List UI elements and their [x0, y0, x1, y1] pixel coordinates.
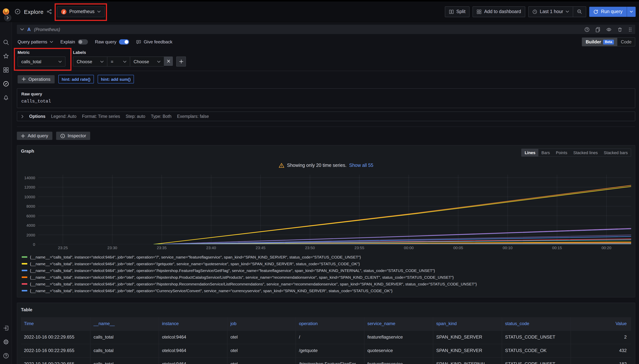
query-patterns-dropdown[interactable]: Query patterns — [18, 39, 53, 44]
window-top-strip — [0, 0, 639, 2]
drag-handle[interactable] — [628, 27, 632, 32]
column-header-operation[interactable]: operation — [296, 317, 364, 330]
y-tick-label: 2000 — [26, 232, 35, 237]
raw-query-preview: Raw query calls_total — [17, 88, 635, 108]
sidebar-item-settings[interactable] — [3, 339, 9, 345]
top-navbar: Explore Prometheus — [0, 2, 639, 22]
label-operator-select[interactable]: = — [107, 56, 130, 66]
cell-name: calls_total — [90, 344, 159, 357]
series-limit-warning: Showing only 20 time series. Show all 55 — [21, 163, 631, 168]
add-label-filter-button[interactable] — [176, 56, 186, 66]
sidebar-item-dashboards[interactable] — [3, 67, 9, 73]
mode-points[interactable]: Points — [553, 149, 570, 156]
run-query-dropdown[interactable] — [627, 6, 636, 17]
sidebar — [0, 22, 12, 364]
sidebar-item-alerting[interactable] — [3, 95, 9, 101]
option-legend: Legend: Auto — [51, 114, 76, 118]
share-icon[interactable] — [47, 9, 52, 14]
cell-time: 2022-10-16 00:22:29.655 — [21, 344, 90, 357]
expand-sidebar-button[interactable] — [4, 14, 11, 21]
legend-swatch — [22, 256, 27, 258]
explain-toggle[interactable] — [78, 39, 88, 44]
column-header-value[interactable]: Value — [570, 317, 631, 330]
add-to-dashboard-button[interactable]: Add to dashboard — [472, 6, 525, 17]
y-tick-label: 12000 — [24, 185, 35, 190]
disable-query-button[interactable] — [606, 27, 612, 32]
duplicate-query-button[interactable] — [595, 27, 600, 32]
labels-label: Labels — [73, 50, 186, 54]
datasource-picker[interactable]: Prometheus — [57, 6, 105, 17]
label-key-select[interactable]: Choose — [73, 56, 107, 66]
add-query-button[interactable]: Add query — [17, 132, 52, 140]
zoom-out-time-button[interactable] — [573, 6, 586, 17]
comment-icon — [136, 40, 141, 44]
operations-label: Operations — [28, 76, 50, 82]
graph-panel-title: Graph — [21, 148, 34, 154]
cell-value: 182 — [570, 358, 631, 364]
metric-field: Metric calls_total — [18, 50, 66, 66]
hint-add-sum-button[interactable]: hint: add sum() — [98, 75, 134, 84]
collapse-chevron-icon[interactable] — [20, 28, 24, 31]
warning-triangle-icon — [279, 163, 284, 168]
sidebar-item-signin[interactable] — [3, 325, 9, 331]
chart-series-line — [154, 185, 631, 244]
remove-label-filter-button[interactable] — [164, 56, 173, 66]
show-all-series-link[interactable]: Show all 55 — [349, 163, 373, 168]
legend-item[interactable]: {__name__="calls_total", instance="otelc… — [22, 287, 631, 294]
legend-swatch — [22, 276, 27, 278]
builder-tab[interactable]: Builder Beta — [582, 38, 618, 46]
hint-add-rate-button[interactable]: hint: add rate() — [58, 75, 94, 84]
code-tab[interactable]: Code — [618, 38, 635, 46]
run-query-button[interactable]: Run query — [590, 6, 636, 17]
grafana-logo[interactable] — [0, 8, 12, 15]
column-header-span-kind[interactable]: span_kind — [433, 317, 502, 330]
x-tick-label: 23:30 — [107, 246, 117, 250]
time-range-picker[interactable]: Last 1 hour — [529, 6, 573, 17]
split-button[interactable]: Split — [445, 6, 470, 17]
sidebar-item-explore[interactable] — [3, 81, 9, 87]
cell-time: 2022-10-16 00:22:29.655 — [21, 331, 90, 344]
column-header-job[interactable]: job — [227, 317, 296, 330]
column-header-name[interactable]: __name__ — [90, 317, 159, 330]
raw-query-toggle[interactable] — [119, 39, 129, 44]
metric-select[interactable]: calls_total — [18, 56, 66, 66]
inspector-button[interactable]: Inspector — [56, 132, 90, 140]
x-axis: 23:2523:3023:3523:4023:4523:5023:5500:00… — [38, 244, 631, 251]
x-tick-label: 00:10 — [503, 246, 512, 250]
legend-item[interactable]: {__name__="calls_total", instance="otelc… — [22, 280, 631, 287]
inspector-label: Inspector — [68, 133, 86, 138]
option-format: Format: Time series — [82, 114, 120, 118]
give-feedback-link[interactable]: Give feedback — [136, 39, 172, 44]
query-help-button[interactable] — [584, 27, 590, 32]
sidebar-item-search[interactable] — [3, 39, 9, 45]
explore-content: A (Prometheus) — [12, 22, 639, 364]
query-options-row[interactable]: Options Legend: Auto Format: Time series… — [17, 112, 635, 121]
run-query-label: Run query — [601, 9, 622, 14]
cell-operation: /getquote — [296, 344, 364, 357]
mode-lines[interactable]: Lines — [522, 149, 538, 156]
query-ref-id: A — [27, 27, 31, 32]
legend-item[interactable]: {__name__="calls_total", instance="otelc… — [22, 274, 631, 280]
sign-in-icon — [3, 325, 9, 331]
table-row: 2022-10-16 00:22:29.655 calls_total otel… — [21, 330, 631, 344]
legend-item[interactable]: {__name__="calls_total", instance="otelc… — [22, 254, 631, 260]
column-header-time[interactable]: Time — [21, 317, 90, 330]
legend-label: {__name__="calls_total", instance="otelc… — [30, 282, 477, 286]
column-header-instance[interactable]: instance — [159, 317, 227, 330]
mode-bars[interactable]: Bars — [538, 149, 553, 156]
mode-stacked-bars[interactable]: Stacked bars — [601, 149, 631, 156]
time-series-chart[interactable] — [38, 173, 631, 244]
sidebar-item-starred[interactable] — [3, 53, 9, 59]
legend-item[interactable]: {__name__="calls_total", instance="otelc… — [22, 267, 631, 274]
sidebar-item-help[interactable] — [3, 353, 9, 359]
query-row-header[interactable]: A (Prometheus) — [17, 25, 635, 34]
mode-stacked-lines[interactable]: Stacked lines — [570, 149, 601, 156]
operations-button[interactable]: Operations — [18, 75, 54, 83]
column-header-status-code[interactable]: status_code — [502, 317, 570, 330]
query-patterns-label: Query patterns — [18, 39, 47, 44]
legend-item[interactable]: {__name__="calls_total", instance="otelc… — [22, 260, 631, 267]
column-header-service-name[interactable]: service_name — [364, 317, 433, 330]
remove-query-button[interactable] — [617, 27, 622, 32]
dashboard-grid-icon — [477, 9, 482, 14]
label-value-select[interactable]: Choose — [130, 56, 164, 66]
